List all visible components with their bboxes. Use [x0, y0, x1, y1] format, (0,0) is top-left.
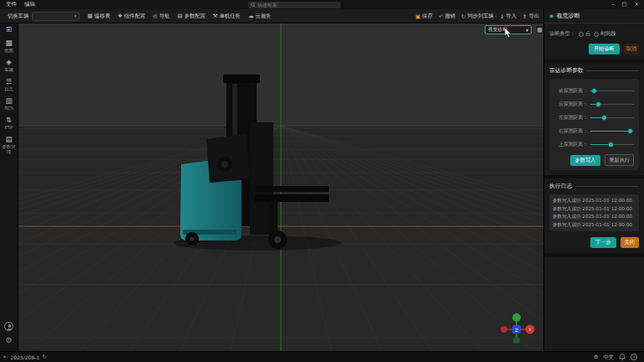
- gizmo-y-negative[interactable]: [513, 337, 520, 344]
- settings-gear-icon[interactable]: ⚙: [5, 336, 12, 344]
- statusbar: ⇤ 2025/208-1 ↻ ⊕ 中文 ?: [0, 351, 644, 362]
- divider: [587, 70, 639, 71]
- log-entry: 参数写入成功 2025-01-01 12:00:00: [553, 197, 636, 205]
- write-params-button[interactable]: 参数写入: [570, 155, 601, 166]
- language-switcher[interactable]: 中文: [604, 354, 614, 361]
- toolbar-modules: ▦偏移表 ❖组件配置 ◎导航 ▤参数配置 ⚒单机任务 ☁云服务: [87, 13, 271, 20]
- panel-title: 视觉诊断: [557, 12, 580, 20]
- diagnosis-type-label: 诊断类型：: [549, 30, 575, 38]
- refresh-icon[interactable]: ↻: [42, 354, 46, 360]
- vehicle-icon: ◈: [6, 59, 12, 66]
- user-avatar[interactable]: [4, 322, 13, 331]
- cancel-button[interactable]: 取消: [624, 44, 639, 54]
- scene-canvas: X Z: [18, 23, 543, 351]
- save-icon: ▣: [415, 13, 420, 20]
- sidebar-item-map[interactable]: ▦地图: [0, 39, 18, 53]
- close-log-button[interactable]: 关闭: [621, 237, 639, 248]
- toolbar-item-cloud-service[interactable]: ☁云服务: [248, 13, 271, 20]
- undo-button[interactable]: ↶撤销: [439, 13, 455, 20]
- start-diagnosis-button[interactable]: 开始诊断: [589, 44, 620, 54]
- toolbar-item-offset-table[interactable]: ▦偏移表: [87, 13, 110, 20]
- menu-file[interactable]: 文件: [6, 1, 17, 8]
- slider-row-right: 右探测距离：: [554, 124, 634, 137]
- viewport-3d[interactable]: X Z 视觉诊断 ▾ ▦: [18, 23, 543, 351]
- minimize-button[interactable]: –: [611, 0, 614, 9]
- sidebar-item-vehicle[interactable]: ◈车辆: [0, 59, 18, 72]
- sidebar-item-param-manage[interactable]: ▤参数管理: [0, 136, 18, 154]
- slider-handle[interactable]: [608, 142, 614, 147]
- log-section-title: 执行日志: [549, 182, 572, 190]
- slider-handle[interactable]: [601, 115, 607, 121]
- execution-log-section: 执行日志 参数写入成功 2025-01-01 12:00:00 参数写入成功 2…: [544, 178, 644, 253]
- radio-icon: [594, 32, 599, 37]
- app-window: 文件 编辑 – □ × 切换车辆 ▾ ▦偏移表 ❖组件配置 ◎导航 ▤参数配置 …: [0, 0, 644, 362]
- gizmo-y-positive[interactable]: [512, 313, 521, 322]
- sidebar-item-overview[interactable]: ⊞: [0, 26, 18, 34]
- log-entry: 参数写入成功 2025-01-01 12:00:00: [553, 221, 636, 230]
- grid-icon: ⊞: [6, 26, 12, 34]
- slider-row-rear: 后探测距离：: [554, 97, 634, 111]
- search-input[interactable]: [257, 3, 333, 8]
- rear-distance-slider[interactable]: [590, 100, 634, 108]
- toolbar-item-standalone-task[interactable]: ⚒单机任务: [213, 13, 241, 20]
- sync-to-vehicle-button[interactable]: ↻同步到车辆: [461, 13, 494, 20]
- close-button[interactable]: ×: [635, 0, 639, 9]
- offset-table-icon: ▦: [87, 13, 92, 19]
- toolbar-actions: ▣保存 ↶撤销 ↻同步到车辆 ⇓导入 ⇑导出: [415, 9, 539, 23]
- current-map-name: 2025/208-1: [10, 354, 39, 360]
- slider-handle[interactable]: [591, 88, 597, 94]
- gizmo-x-negative[interactable]: [501, 326, 507, 333]
- right-distance-slider[interactable]: [590, 127, 634, 135]
- navigation-icon: ◎: [153, 13, 158, 19]
- vehicle-select-dropdown[interactable]: ▾: [32, 12, 80, 21]
- toolbar-item-navigation[interactable]: ◎导航: [153, 13, 169, 20]
- layout-grid-button[interactable]: ▦: [535, 25, 543, 34]
- front-distance-slider[interactable]: [590, 86, 634, 95]
- diagnosis-icon: ◉: [549, 13, 554, 19]
- next-step-button[interactable]: 下一步: [590, 237, 616, 248]
- bell-icon[interactable]: [619, 354, 626, 361]
- sidebar-item-rcs[interactable]: ▥RCS: [0, 97, 18, 111]
- sidebar-bottom: ⚙: [4, 322, 13, 344]
- mouse-cursor: [505, 28, 512, 39]
- window-controls: – □ ×: [611, 0, 639, 9]
- slider-handle[interactable]: [627, 128, 633, 134]
- divider: [575, 186, 639, 187]
- slider-row-left: 左探测距离：: [554, 111, 634, 124]
- import-button[interactable]: ⇓导入: [500, 13, 517, 20]
- slider-handle[interactable]: [595, 101, 601, 107]
- radio-point[interactable]: 点: [579, 30, 590, 38]
- sidebar-item-ftp[interactable]: ⇅FTP: [0, 116, 18, 130]
- up-distance-slider[interactable]: [590, 140, 634, 148]
- map-icon: ▦: [5, 39, 12, 47]
- log-icon: ☰: [6, 78, 13, 85]
- gizmo-x-label: X: [528, 328, 531, 332]
- param-manage-icon: ▤: [5, 136, 12, 143]
- help-icon[interactable]: ?: [631, 354, 637, 360]
- radio-icon: [579, 32, 584, 37]
- switch-vehicle-label: 切换车辆: [8, 13, 29, 20]
- slider-row-up: 上探测距离：: [554, 137, 634, 151]
- search-icon: [251, 3, 256, 8]
- standalone-task-icon: ⚒: [213, 13, 218, 19]
- export-button[interactable]: ⇑导出: [522, 13, 539, 20]
- panel-header: ◉ 视觉诊断: [544, 9, 644, 23]
- toolbar-item-component-config[interactable]: ❖组件配置: [117, 13, 145, 20]
- save-button[interactable]: ▣保存: [415, 13, 433, 20]
- radar-section-title: 雷达诊断参数: [549, 66, 584, 75]
- param-config-icon: ▤: [178, 13, 183, 19]
- gizmo-z-label: Z: [515, 328, 518, 333]
- left-distance-slider[interactable]: [590, 113, 634, 122]
- menu-edit[interactable]: 编辑: [24, 1, 35, 8]
- global-search[interactable]: [248, 2, 340, 9]
- rcs-icon: ▥: [5, 97, 12, 105]
- toolbar-item-param-config[interactable]: ▤参数配置: [178, 13, 205, 20]
- diagnosis-type-section: 诊断类型： 点 时间段 开始诊断 取消: [544, 23, 644, 59]
- radar-params-section: 雷达诊断参数 前探测距离： 后探测距离： 左探测距离： 右探测距离：: [544, 63, 644, 175]
- sidebar-item-log[interactable]: ☰日志: [0, 78, 18, 91]
- radio-time-range[interactable]: 时间段: [594, 30, 616, 38]
- collapse-left-icon[interactable]: ⇤: [3, 354, 8, 360]
- log-entry: 参数写入成功 2025-01-01 12:00:00: [553, 205, 636, 214]
- maximize-button[interactable]: □: [621, 0, 626, 9]
- rerun-button[interactable]: 重新执行: [605, 154, 634, 166]
